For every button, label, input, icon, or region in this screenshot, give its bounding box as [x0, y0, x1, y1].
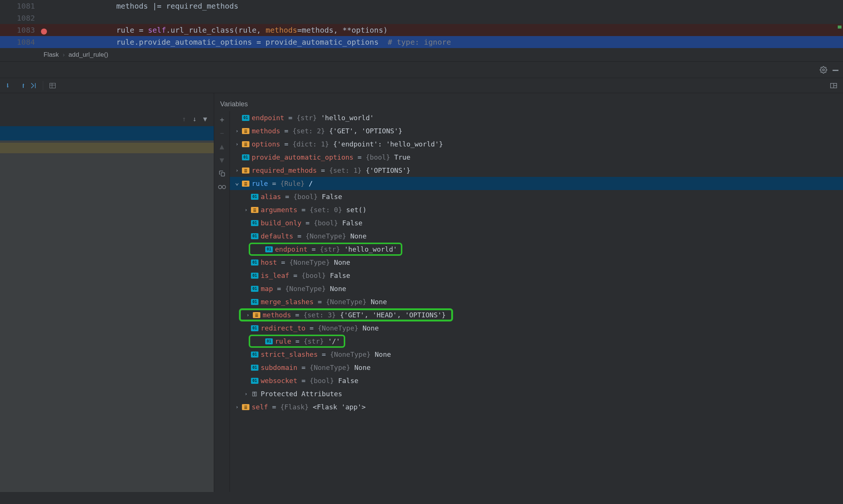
expand-chevron-icon[interactable]: › — [234, 141, 240, 147]
variable-value: {'GET', 'OPTIONS'} — [329, 127, 402, 135]
variable-row[interactable]: ⌄≡rule = {Rule} / — [230, 177, 843, 190]
variable-row[interactable]: ›≡arguments = {set: 0} set() — [230, 203, 843, 216]
expand-chevron-icon[interactable]: › — [243, 207, 249, 213]
variable-value: <Flask 'app'> — [313, 403, 366, 411]
frame-dropdown-icon[interactable]: ▼ — [201, 115, 209, 123]
line-number[interactable]: 1083 — [0, 26, 39, 35]
frames-panel[interactable]: ↑ ↓ ▼ — [0, 93, 214, 492]
step-into-cursor-icon[interactable] — [29, 81, 38, 91]
code-line[interactable]: 1082 — [0, 12, 843, 24]
add-watch-icon[interactable]: ＋ — [216, 114, 228, 125]
variable-row[interactable]: ›01rule = {str} '/' — [249, 335, 345, 348]
breadcrumb-item[interactable]: Flask — [44, 51, 59, 59]
variable-name: self — [252, 403, 268, 411]
line-number[interactable]: 1084 — [0, 38, 39, 47]
variable-row[interactable]: ›01provide_automatic_options = {bool} Tr… — [230, 151, 843, 164]
breadcrumb-item[interactable]: add_url_rule() — [68, 51, 108, 59]
variable-row[interactable]: ›01endpoint = {str} 'hello_world' — [249, 243, 402, 256]
code-content[interactable]: methods |= required_methods — [39, 2, 843, 11]
remove-watch-icon[interactable]: － — [216, 128, 228, 138]
expand-chevron-icon[interactable]: › — [234, 128, 240, 134]
variable-row[interactable]: ›01merge_slashes = {NoneType} None — [230, 295, 843, 308]
breadcrumb[interactable]: Flask › add_url_rule() — [0, 48, 843, 62]
variable-value: '/' — [328, 337, 340, 345]
expand-chevron-icon[interactable]: ⌄ — [234, 178, 240, 186]
variable-type: {set: 2} — [292, 127, 329, 135]
variable-name: methods — [263, 311, 291, 319]
code-content[interactable]: rule.provide_automatic_options = provide… — [39, 38, 843, 47]
variable-type: {bool} — [366, 153, 394, 161]
primitive-icon: 01 — [265, 246, 273, 252]
variable-type: {Rule} — [280, 180, 309, 187]
variable-row[interactable]: ›≡required_methods = {set: 1} {'OPTIONS'… — [230, 164, 843, 177]
step-down-icon[interactable] — [5, 81, 14, 91]
variable-name: map — [261, 285, 273, 293]
variable-type: {set: 0} — [310, 206, 346, 214]
gear-icon[interactable] — [820, 66, 827, 74]
variable-row[interactable]: ›≡self = {Flask} <Flask 'app'> — [230, 400, 843, 413]
layout-icon[interactable] — [829, 81, 838, 91]
primitive-icon: 01 — [251, 352, 258, 358]
variables-header: Variables — [214, 93, 843, 111]
variable-row[interactable]: ›01websocket = {bool} False — [230, 374, 843, 387]
variable-row[interactable]: ›01subdomain = {NoneType} None — [230, 361, 843, 374]
svg-point-6 — [218, 186, 222, 189]
table-view-icon[interactable] — [48, 81, 57, 91]
expand-chevron-icon[interactable]: › — [245, 312, 251, 318]
variable-name: merge_slashes — [261, 298, 314, 306]
variable-row[interactable]: ›01is_leaf = {bool} False — [230, 269, 843, 282]
stack-frame[interactable] — [0, 148, 214, 153]
code-line[interactable]: 1083 rule = self.url_rule_class(rule, me… — [0, 24, 843, 36]
line-number[interactable]: 1082 — [0, 14, 39, 23]
move-down-icon[interactable]: ▼ — [216, 155, 228, 165]
debug-panel-header-bar: — — [0, 62, 843, 78]
primitive-icon: 01 — [251, 378, 258, 384]
variable-value: False — [342, 219, 363, 227]
minimize-icon[interactable]: — — [832, 67, 838, 72]
variable-row[interactable]: ›01alias = {bool} False — [230, 190, 843, 203]
prev-frame-icon[interactable]: ↑ — [180, 115, 188, 123]
variable-row[interactable]: ›01strict_slashes = {NoneType} None — [230, 348, 843, 361]
error-stripe-mark[interactable] — [838, 26, 841, 29]
stack-frame[interactable] — [0, 143, 214, 148]
copy-icon[interactable] — [216, 168, 228, 179]
variable-type: {NoneType} — [305, 232, 350, 240]
variable-row[interactable]: ›≡options = {dict: 1} {'endpoint': 'hell… — [230, 137, 843, 151]
variables-tree[interactable]: ›01endpoint = {str} 'hello_world'›≡metho… — [230, 111, 843, 492]
variable-value: False — [322, 193, 342, 201]
glasses-icon[interactable] — [216, 182, 228, 192]
expand-chevron-icon[interactable]: › — [243, 391, 249, 397]
collection-icon: ≡ — [242, 128, 249, 134]
variable-row[interactable]: ›01build_only = {bool} False — [230, 216, 843, 229]
variable-row[interactable]: ›01map = {NoneType} None — [230, 282, 843, 295]
selected-stack-frame[interactable] — [0, 126, 214, 140]
primitive-icon: 01 — [251, 220, 258, 226]
code-editor[interactable]: 1081 methods |= required_methods10821083… — [0, 0, 843, 48]
move-up-icon[interactable]: ▲ — [216, 141, 228, 152]
code-line[interactable]: 1081 methods |= required_methods — [0, 0, 843, 12]
variable-row[interactable]: ›≡methods = {set: 3} {'GET', 'HEAD', 'OP… — [239, 308, 453, 321]
variable-name: rule — [275, 337, 291, 345]
variable-row[interactable]: ›01endpoint = {str} 'hello_world' — [230, 111, 843, 124]
variable-type: {set: 3} — [303, 311, 340, 319]
code-content[interactable]: rule = self.url_rule_class(rule, methods… — [39, 26, 843, 35]
step-up-icon[interactable] — [17, 81, 26, 91]
variable-row[interactable]: ›01redirect_to = {NoneType} None — [230, 321, 843, 335]
next-frame-icon[interactable]: ↓ — [190, 115, 199, 123]
line-number[interactable]: 1081 — [0, 2, 39, 11]
expand-chevron-icon[interactable]: › — [234, 167, 240, 173]
collection-icon: ≡ — [242, 167, 249, 174]
svg-point-7 — [222, 186, 225, 189]
variable-row[interactable]: ›⚿Protected Attributes — [230, 387, 843, 400]
collection-icon: ≡ — [242, 181, 249, 187]
variable-type: {str} — [320, 245, 344, 253]
code-line[interactable]: 1084 rule.provide_automatic_options = pr… — [0, 36, 843, 48]
primitive-icon: 01 — [265, 338, 273, 344]
expand-chevron-icon[interactable]: › — [234, 404, 240, 410]
variable-row[interactable]: ›01host = {NoneType} None — [230, 256, 843, 269]
variable-name: alias — [261, 193, 281, 201]
variable-type: {NoneType} — [285, 285, 330, 293]
variable-name: is_leaf — [261, 272, 289, 279]
variable-row[interactable]: ›≡methods = {set: 2} {'GET', 'OPTIONS'} — [230, 124, 843, 137]
variable-row[interactable]: ›01defaults = {NoneType} None — [230, 229, 843, 243]
